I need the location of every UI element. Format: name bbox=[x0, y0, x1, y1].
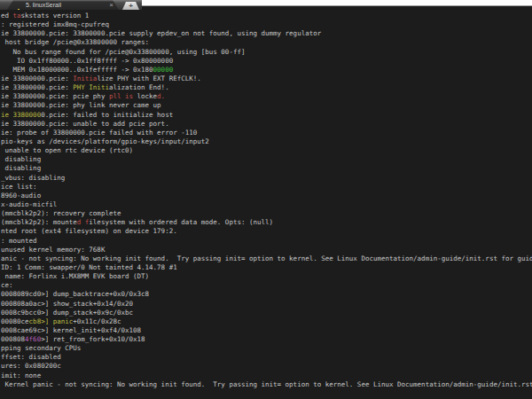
terminal-line-9: ie 33800000.pcie: PHY Initialization End… bbox=[1, 83, 532, 92]
terminal-line-21: 8960-audio bbox=[1, 192, 532, 200]
tab-label: 5. linuxSerail bbox=[26, 0, 107, 10]
serial-session-icon bbox=[16, 2, 23, 9]
tab-close-icon[interactable]: × bbox=[107, 1, 115, 9]
tab-strip: 5. linuxSerail × + bbox=[0, 0, 142, 10]
terminal-line-31: ce: bbox=[1, 281, 532, 290]
terminal-line-24: (mmcblk2p2): mounted filesystem with ord… bbox=[1, 218, 532, 227]
terminal-line-42: Kernel panic - not syncing: No working i… bbox=[1, 380, 532, 389]
terminal-line-16: unable to open rtc device (rtc0) bbox=[1, 146, 532, 155]
terminal-line-14: ie: probe of 33800000.pcie failed with e… bbox=[1, 129, 532, 137]
terminal-line-3: ie 33800000.pcie: 33800000.pcie supply e… bbox=[1, 29, 532, 38]
terminal-line-7: MEM 0x18000000..0x1fefffff -> 0x18000000 bbox=[1, 66, 532, 74]
session-tab[interactable]: 5. linuxSerail × bbox=[7, 0, 119, 10]
new-tab-button[interactable]: + bbox=[122, 2, 139, 10]
terminal-line-4: host bridge /pcie@0x33800000 ranges: bbox=[1, 38, 532, 47]
terminal-line-30: name: Forlinx i.MX8MM EVK board (DT) bbox=[1, 272, 532, 281]
screen: 5. linuxSerail × + ed taskstats version … bbox=[0, 0, 532, 399]
terminal-line-12: ie 33800000.pcie: failed to initialize h… bbox=[1, 111, 532, 120]
terminal-line-23: (mmcblk2p2): recovery complete bbox=[1, 209, 532, 218]
terminal-line-18: disabling bbox=[1, 164, 532, 173]
terminal-line-17: disabling bbox=[1, 155, 532, 164]
terminal-line-37: 0008084f60>] ret_from_fork+0x10/0x18 bbox=[1, 335, 532, 344]
terminal-line-36: 0008cae69c>] kernel_init+0xf4/0x108 bbox=[1, 326, 532, 335]
terminal-line-19: _vbus: disabling bbox=[1, 174, 532, 183]
terminal-line-27: unused kernel memory: 768K bbox=[1, 246, 532, 254]
tab-bar-empty-area bbox=[142, 0, 532, 10]
terminal-line-28: anic - not syncing: No working init foun… bbox=[1, 254, 532, 263]
terminal-line-15: pio-keys as /devices/platform/gpio-keys/… bbox=[1, 137, 532, 146]
terminal-line-2: : registered imx8mq-cpufreq bbox=[1, 20, 532, 29]
terminal-line-10: ie 33800000.pcie: pcie phy pll is locked… bbox=[1, 92, 532, 101]
terminal-line-29: ID: 1 Comm: swapper/0 Not tainted 4.14.7… bbox=[1, 263, 532, 272]
tab-bar: 5. linuxSerail × + bbox=[0, 0, 532, 10]
terminal-line-22: x-audio-micfil bbox=[1, 200, 532, 209]
terminal-line-11: ie 33800000.pcie: phy link never came up bbox=[1, 101, 532, 110]
plus-icon: + bbox=[129, 3, 133, 10]
terminal-line-38: pping secondary CPUs bbox=[1, 344, 532, 353]
terminal-line-6: IO 0x1ff80000..0x1ff8ffff -> 0x80000000 bbox=[1, 57, 532, 66]
terminal-line-26: : mounted bbox=[1, 237, 532, 246]
terminal-line-25: nted root (ext4 filesystem) on device 17… bbox=[1, 227, 532, 236]
terminal-line-34: 0008c9bcc0>] dump_stack+0x9c/0xbc bbox=[1, 309, 532, 317]
terminal[interactable]: ed taskstats version 1: registered imx8m… bbox=[0, 10, 532, 399]
terminal-line-13: ie 33800000.pcie: unable to add pcie por… bbox=[1, 120, 532, 129]
terminal-line-20: ice list: bbox=[1, 183, 532, 192]
terminal-line-41: imit: none bbox=[1, 372, 532, 380]
terminal-line-1: ed taskstats version 1 bbox=[1, 12, 532, 20]
terminal-line-35: 00080cecb8>] panic+0x11c/0x28c bbox=[1, 317, 532, 326]
terminal-line-8: ie 33800000.pcie: Initialize PHY with EX… bbox=[1, 74, 532, 83]
terminal-line-32: 0008089cd0>] dump_backtrace+0x0/0x3c8 bbox=[1, 290, 532, 299]
terminal-output: ed taskstats version 1: registered imx8m… bbox=[1, 12, 532, 389]
terminal-line-39: ffset: disabled bbox=[1, 353, 532, 362]
terminal-line-5: No bus range found for /pcie@0x33800000,… bbox=[1, 48, 532, 57]
terminal-line-40: ures: 0x080200c bbox=[1, 362, 532, 371]
terminal-line-33: 000808a0ac>] show_stack+0x14/0x20 bbox=[1, 300, 532, 309]
